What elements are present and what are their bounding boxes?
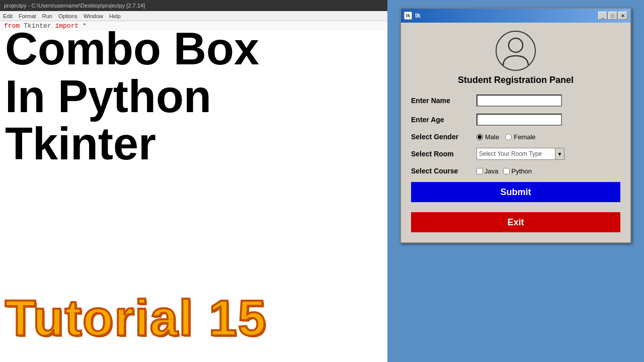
panel-title: Student Registration Panel (411, 75, 620, 85)
avatar (496, 31, 536, 71)
tutorial-label: Tutorial 15 (5, 289, 267, 347)
gender-female-radio[interactable] (505, 134, 512, 140)
name-label: Enter Name (411, 97, 471, 105)
menu-window[interactable]: Window (84, 13, 103, 19)
gender-male-label: Male (485, 133, 499, 141)
gender-label: Select Gender (411, 133, 471, 141)
course-checkbox-group: Java Python (476, 167, 532, 175)
age-input[interactable] (476, 114, 562, 126)
menu-options[interactable]: Options (58, 13, 77, 19)
gender-female-label: Female (514, 133, 535, 141)
tutorial-badge: Tutorial 15 (5, 289, 267, 347)
avatar-icon (498, 33, 533, 68)
gender-male-radio[interactable] (476, 134, 483, 140)
submit-button[interactable]: Submit (411, 182, 620, 202)
svg-point-0 (509, 38, 523, 52)
tk-controls: _ □ ✕ (598, 12, 627, 20)
editor-titlebar: projectpy - C:\Users\username\Desktop\pr… (0, 0, 387, 11)
room-combobox-text: Select Your Room Type (477, 150, 555, 157)
menu-edit[interactable]: Edit (3, 13, 13, 19)
tk-close-button[interactable]: ✕ (618, 12, 627, 20)
avatar-container (411, 31, 620, 71)
course-python-option: Python (503, 167, 531, 175)
tk-titlebar: tk tk _ □ ✕ (401, 9, 630, 23)
room-label: Select Room (411, 150, 471, 158)
course-python-checkbox[interactable] (503, 168, 510, 174)
main-title-line3: Tkinter (5, 120, 387, 168)
main-title-line1: Combo Box (5, 25, 387, 73)
tk-maximize-button[interactable]: □ (608, 12, 617, 20)
gender-row: Select Gender Male Female (411, 133, 620, 141)
tk-title-left: tk tk (404, 12, 421, 20)
editor-menubar: Edit Format Run Options Window Help (0, 11, 387, 21)
name-input[interactable] (476, 95, 562, 107)
exit-row: Exit (411, 212, 620, 232)
course-row: Select Course Java Python (411, 167, 620, 175)
gender-radio-group: Male Female (476, 133, 536, 141)
name-row: Enter Name (411, 95, 620, 107)
right-panel: tk tk _ □ ✕ (387, 0, 644, 362)
left-panel: projectpy - C:\Users\username\Desktop\pr… (0, 0, 387, 362)
course-java-checkbox[interactable] (476, 168, 483, 174)
tk-window: tk tk _ □ ✕ (400, 8, 631, 243)
tk-title-text: tk (415, 12, 421, 19)
course-label: Select Course (411, 167, 471, 175)
gender-male-option: Male (476, 133, 499, 141)
menu-run[interactable]: Run (42, 13, 52, 19)
tk-minimize-button[interactable]: _ (598, 12, 607, 20)
tk-content: Student Registration Panel Enter Name En… (401, 23, 630, 242)
menu-help[interactable]: Help (109, 13, 121, 19)
tk-window-icon: tk (404, 12, 412, 20)
gender-female-option: Female (505, 133, 535, 141)
course-java-label: Java (485, 167, 498, 175)
main-title-line2: In Python (5, 73, 387, 121)
editor-title-text: projectpy - C:\Users\username\Desktop\pr… (4, 3, 145, 9)
room-combobox[interactable]: Select Your Room Type ▼ (476, 148, 565, 160)
combobox-dropdown-arrow[interactable]: ▼ (555, 148, 564, 159)
course-java-option: Java (476, 167, 498, 175)
course-python-label: Python (511, 167, 531, 175)
submit-row: Submit (411, 182, 620, 207)
age-label: Enter Age (411, 116, 471, 124)
menu-format[interactable]: Format (19, 13, 36, 19)
exit-button[interactable]: Exit (411, 212, 620, 232)
age-row: Enter Age (411, 114, 620, 126)
room-row: Select Room Select Your Room Type ▼ (411, 148, 620, 160)
